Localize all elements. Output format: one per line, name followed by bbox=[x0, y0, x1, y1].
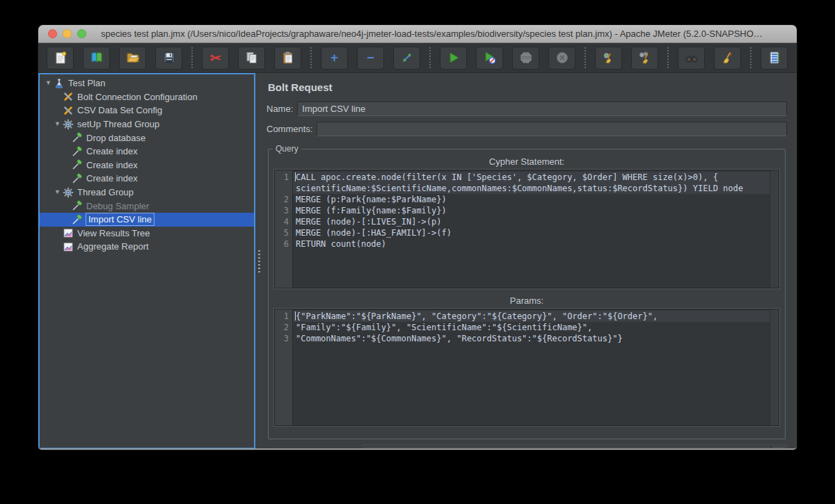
open-folder-icon bbox=[126, 51, 140, 65]
sampler-pipette-icon bbox=[71, 146, 83, 157]
tree-item-import-csv-line[interactable]: Import CSV line bbox=[40, 213, 254, 227]
stop-icon: STOP bbox=[519, 51, 533, 65]
save-icon bbox=[162, 51, 176, 65]
expander-icon[interactable]: ▼ bbox=[53, 121, 62, 127]
query-group-label: Query bbox=[273, 144, 301, 154]
copy-button[interactable] bbox=[238, 47, 265, 70]
clear-search-button[interactable] bbox=[714, 47, 741, 70]
shutdown-icon bbox=[555, 51, 569, 65]
listener-chart-icon bbox=[62, 241, 74, 252]
cut-button[interactable]: ✂ bbox=[202, 47, 229, 70]
tree-item-create-index-3[interactable]: Create index bbox=[40, 172, 254, 186]
toolbar-separator bbox=[429, 47, 431, 68]
toolbar-separator bbox=[667, 47, 669, 68]
name-label: Name: bbox=[267, 104, 293, 114]
params-code[interactable]: {"ParkName":"${ParkName}", "Category":"$… bbox=[293, 309, 770, 425]
comments-input[interactable] bbox=[317, 122, 787, 136]
tree-item-bolt-connection-configuration[interactable]: Bolt Connection Configuration bbox=[40, 90, 254, 104]
clear-icon bbox=[602, 51, 616, 65]
search-button[interactable] bbox=[678, 47, 705, 70]
vertical-scrollbar[interactable] bbox=[770, 170, 779, 288]
text-caret bbox=[295, 172, 296, 181]
comments-label: Comments: bbox=[267, 124, 312, 134]
stop-text: STOP bbox=[521, 56, 530, 60]
cypher-statement-editor[interactable]: 1 2 3 4 5 6 CALL apoc.create.node(filter… bbox=[274, 170, 779, 288]
line-number-gutter: 1 2 3 bbox=[275, 309, 293, 425]
open-button[interactable] bbox=[119, 47, 146, 70]
params-editor[interactable]: 1 2 3 {"ParkName":"${ParkName}", "Catego… bbox=[274, 309, 779, 426]
start-no-timers-icon bbox=[483, 51, 497, 65]
clear-button[interactable] bbox=[595, 47, 622, 70]
test-plan-flask-icon bbox=[53, 78, 65, 89]
config-tools-icon bbox=[62, 91, 74, 102]
start-icon bbox=[447, 51, 461, 65]
zoom-window-button[interactable] bbox=[77, 29, 86, 38]
sampler-pipette-icon bbox=[71, 173, 83, 184]
clear-all-icon bbox=[638, 51, 652, 65]
toggle-icon bbox=[400, 51, 414, 65]
expand-all-button[interactable]: + bbox=[321, 47, 348, 70]
copy-icon bbox=[245, 51, 259, 65]
name-input[interactable]: Import CSV line bbox=[297, 101, 787, 116]
tree-item-drop-database[interactable]: Drop database bbox=[40, 131, 254, 145]
title-bar: species test plan.jmx (/Users/nico/IdeaP… bbox=[38, 25, 797, 43]
stop-button[interactable]: STOP bbox=[512, 47, 539, 70]
tree-item-csv-data-set-config[interactable]: CSV Data Set Config bbox=[40, 104, 254, 117]
templates-button[interactable] bbox=[83, 47, 110, 70]
test-plan-tree: ▼ Test Plan Bolt Connection Configuratio… bbox=[38, 73, 255, 449]
tree-item-view-results-tree[interactable]: View Results Tree bbox=[40, 227, 254, 241]
save-button[interactable] bbox=[155, 47, 182, 70]
tree-item-thread-group[interactable]: ▼ Thread Group bbox=[40, 186, 254, 200]
cypher-code[interactable]: CALL apoc.create.node(filter(x IN ['Spec… bbox=[293, 170, 770, 288]
cut-icon: ✂ bbox=[210, 51, 221, 65]
clear-search-broom-icon bbox=[721, 51, 735, 65]
expander-icon[interactable]: ▼ bbox=[53, 189, 62, 195]
tree-item-debug-sampler[interactable]: Debug Sampler bbox=[40, 199, 254, 213]
toggle-button[interactable] bbox=[393, 47, 420, 70]
start-button[interactable] bbox=[440, 47, 467, 70]
config-tools-icon bbox=[62, 105, 74, 116]
collapse-all-button[interactable]: − bbox=[357, 47, 384, 70]
clear-all-button[interactable] bbox=[631, 47, 658, 70]
collapse-all-icon: − bbox=[367, 51, 374, 64]
tree-splitter[interactable] bbox=[255, 73, 263, 449]
shutdown-button[interactable] bbox=[548, 47, 575, 70]
expand-all-icon: + bbox=[331, 51, 338, 64]
paste-button[interactable] bbox=[274, 47, 301, 70]
tree-item-create-index-2[interactable]: Create index bbox=[40, 158, 254, 172]
params-label: Params: bbox=[274, 295, 779, 306]
text-caret bbox=[295, 311, 296, 320]
query-group: Query Cypher Statement: 1 2 3 4 5 6 CAL bbox=[268, 149, 786, 439]
vertical-scrollbar[interactable] bbox=[770, 309, 779, 425]
sampler-pipette-icon bbox=[71, 132, 83, 143]
search-binoculars-icon bbox=[685, 51, 699, 65]
thread-group-gear-icon bbox=[62, 187, 74, 198]
tree-item-create-index-1[interactable]: Create index bbox=[40, 145, 254, 158]
tree-item-test-plan[interactable]: ▼ Test Plan bbox=[40, 76, 254, 90]
close-window-button[interactable] bbox=[48, 29, 57, 38]
jmeter-window: species test plan.jmx (/Users/nico/IdeaP… bbox=[38, 25, 797, 450]
record-query-results-label: Record Query Results: bbox=[267, 448, 358, 450]
expander-icon[interactable]: ▼ bbox=[44, 80, 53, 86]
sampler-pipette-icon bbox=[71, 200, 83, 211]
start-no-timers-button[interactable] bbox=[476, 47, 503, 70]
record-query-results-select[interactable]: False ▼ bbox=[363, 446, 788, 449]
minimize-window-button[interactable] bbox=[63, 29, 72, 38]
toolbar-separator bbox=[191, 47, 193, 68]
function-helper-button[interactable] bbox=[761, 47, 788, 70]
new-file-icon bbox=[54, 51, 67, 65]
function-helper-icon bbox=[768, 51, 781, 65]
tree-item-aggregate-report[interactable]: Aggregate Report bbox=[40, 240, 254, 254]
paste-icon bbox=[281, 51, 295, 65]
window-title: species test plan.jmx (/Users/nico/IdeaP… bbox=[38, 29, 797, 39]
sampler-pipette-icon bbox=[71, 159, 83, 170]
sampler-pipette-icon bbox=[71, 214, 83, 225]
thread-group-gear-icon bbox=[62, 119, 74, 130]
new-button[interactable] bbox=[47, 47, 74, 70]
chevron-down-icon[interactable]: ▼ bbox=[771, 446, 786, 449]
tree-item-setup-thread-group[interactable]: ▼ setUp Thread Group bbox=[40, 117, 254, 131]
page-title: Bolt Request bbox=[268, 81, 787, 93]
toolbar: ✂ + − STOP bbox=[38, 43, 797, 73]
toolbar-separator bbox=[584, 47, 586, 68]
templates-icon bbox=[90, 51, 104, 65]
